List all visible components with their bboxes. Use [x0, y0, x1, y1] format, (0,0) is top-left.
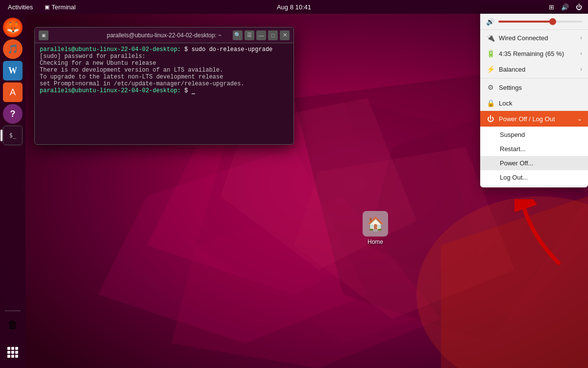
terminal-content[interactable]: parallels@ubuntu-linux-22-04-02-desktop:… [35, 43, 294, 144]
red-arrow-annotation [514, 199, 573, 270]
sidebar-item-appstore[interactable]: A [3, 82, 23, 102]
terminal-line-1: parallels@ubuntu-linux-22-04-02-desktop:… [40, 46, 289, 53]
home-icon-image: 🏠 [363, 211, 388, 237]
svg-marker-3 [98, 147, 368, 343]
poweroff-label: Power Off / Log Out [499, 115, 555, 123]
datetime-display[interactable]: Aug 8 10:41 [277, 3, 311, 11]
volume-icon: 🔊 [561, 3, 569, 11]
power-submenu: Suspend Restart... Power Off... Log Out.… [480, 127, 588, 185]
lock-label: Lock [499, 100, 512, 107]
menu-item-power-mode[interactable]: ⚡ Balanced › [480, 61, 588, 77]
sidebar-item-files[interactable]: W [3, 61, 23, 80]
dock-separator [5, 311, 21, 311]
menu-item-settings[interactable]: ⚙ Settings [480, 79, 588, 95]
settings-label: Settings [499, 84, 522, 91]
sidebar-dock: 🦊 🎵 W A ? $_ 🗑 [0, 14, 25, 368]
power-mode-label: Balanced [499, 66, 525, 73]
terminal-menu-button[interactable]: ☰ [245, 30, 254, 40]
battery-label: 4:35 Remaining (65 %) [499, 50, 564, 57]
volume-slider-fill [498, 21, 553, 23]
home-icon-label: Home [368, 238, 383, 245]
activities-button[interactable]: Activities [4, 3, 37, 11]
terminal-line-5: To upgrade to the latest non-LTS develop… [40, 74, 289, 80]
menu-separator-1 [480, 78, 588, 79]
terminal-icon: ▣ [45, 4, 49, 10]
terminal-close-button[interactable]: ✕ [280, 30, 290, 40]
terminal-line-2: [sudo] password for parallels: [40, 53, 289, 60]
lock-icon: 🔒 [486, 99, 495, 107]
terminal-line-4: There is no development version of an LT… [40, 67, 289, 74]
menu-item-poweroff[interactable]: ⏻ Power Off / Log Out ⌄ [480, 111, 588, 127]
terminal-title: parallels@ubuntu-linux-22-04-02-desktop:… [107, 32, 221, 39]
desktop: Activities ▣ Terminal Aug 8 10:41 ⊞ 🔊 ⏻ … [0, 0, 588, 368]
volume-button[interactable]: 🔊 [559, 3, 571, 11]
terminal-line-6: set Prompt=normal in /etc/update-manager… [40, 80, 289, 87]
volume-slider-thumb[interactable] [549, 18, 556, 25]
firefox-icon: 🦊 [6, 21, 20, 34]
battery-icon: 🔋 [486, 50, 495, 57]
svg-marker-10 [441, 196, 588, 368]
menu-item-lock[interactable]: 🔒 Lock [480, 95, 588, 111]
terminal-search-button[interactable]: 🔍 [233, 30, 243, 40]
menu-item-wired[interactable]: 🔌 Wired Connected › [480, 30, 588, 46]
grid-icon [7, 347, 18, 358]
terminal-icon: $_ [9, 132, 16, 139]
system-menu-popup: 🔊 🔌 Wired Connected › 🔋 4:35 Remaining (… [480, 14, 588, 187]
apps-grid-button[interactable] [3, 342, 23, 362]
terminal-app-button[interactable]: ▣ Terminal [43, 3, 77, 11]
svg-marker-5 [172, 196, 441, 368]
submenu-suspend[interactable]: Suspend [480, 128, 588, 142]
wired-icon: 🔌 [486, 34, 495, 42]
wired-label: Wired Connected [499, 34, 548, 42]
settings-icon: ⚙ [486, 83, 495, 91]
appstore-icon: A [10, 87, 16, 98]
terminal-maximize-button[interactable]: □ [268, 30, 278, 40]
rhythmbox-icon: 🎵 [7, 44, 18, 54]
terminal-icon-btn[interactable]: ▣ [39, 30, 49, 40]
terminal-window-controls: ▣ [39, 30, 49, 40]
terminal-window-buttons: 🔍 ☰ — □ ✕ [233, 30, 290, 40]
submenu-logout[interactable]: Log Out... [480, 170, 588, 184]
sidebar-item-terminal[interactable]: $_ [3, 126, 23, 145]
battery-chevron: › [580, 50, 582, 57]
volume-menu-icon: 🔊 [486, 18, 494, 26]
terminal-line-3: Checking for a new Ubuntu release [40, 60, 289, 67]
terminal-line-7: parallels@ubuntu-linux-22-04-02-desktop:… [40, 87, 289, 94]
poweroff-icon: ⏻ [486, 115, 495, 123]
system-menu-button[interactable]: ⏻ [574, 3, 584, 11]
home-icon-glyph: 🏠 [367, 216, 384, 232]
volume-slider-track[interactable] [498, 21, 582, 23]
terminal-minimize-button[interactable]: — [256, 30, 266, 40]
submenu-poweroff[interactable]: Power Off... [480, 156, 588, 170]
grid-indicator[interactable]: ⊞ [547, 3, 556, 11]
sidebar-item-help[interactable]: ? [3, 104, 23, 124]
power-icon: ⏻ [576, 3, 582, 11]
grid-icon: ⊞ [549, 3, 554, 11]
sidebar-item-trash[interactable]: 🗑 [3, 315, 23, 335]
power-mode-chevron: › [580, 66, 582, 73]
top-panel: Activities ▣ Terminal Aug 8 10:41 ⊞ 🔊 ⏻ [0, 0, 588, 14]
terminal-titlebar: ▣ parallels@ubuntu-linux-22-04-02-deskto… [35, 27, 294, 43]
poweroff-chevron: ⌄ [577, 115, 582, 122]
panel-right: ⊞ 🔊 ⏻ [547, 3, 584, 11]
power-mode-icon: ⚡ [486, 65, 495, 73]
trash-icon: 🗑 [7, 318, 18, 331]
sidebar-item-firefox[interactable]: 🦊 [3, 18, 23, 37]
terminal-window: ▣ parallels@ubuntu-linux-22-04-02-deskto… [34, 27, 294, 145]
wired-chevron: › [580, 34, 582, 41]
home-desktop-icon[interactable]: 🏠 Home [363, 211, 388, 245]
help-icon: ? [10, 109, 16, 119]
svg-point-9 [416, 196, 588, 368]
menu-item-battery[interactable]: 🔋 4:35 Remaining (65 %) › [480, 46, 588, 61]
panel-left: Activities ▣ Terminal [4, 3, 77, 11]
submenu-restart[interactable]: Restart... [480, 142, 588, 156]
volume-row: 🔊 [480, 14, 588, 30]
sidebar-item-rhythmbox[interactable]: 🎵 [3, 39, 23, 59]
writer-icon: W [8, 66, 17, 76]
